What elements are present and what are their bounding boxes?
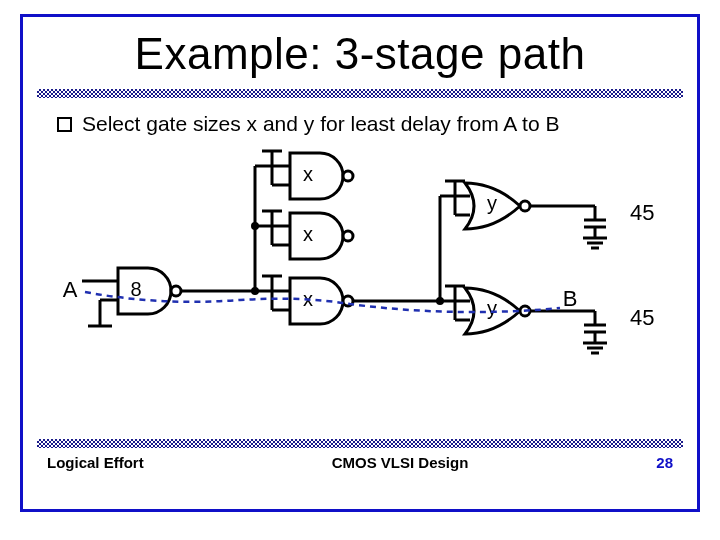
size-nand-2: x [303, 223, 313, 245]
size-input: 8 [130, 278, 141, 300]
label-a: A [63, 277, 78, 302]
divider-top [37, 89, 683, 98]
label-b: B [563, 286, 578, 311]
cap-2: 45 [630, 305, 654, 330]
footer-left: Logical Effort [47, 454, 144, 471]
size-nor-2: y [487, 297, 497, 319]
bullet-text: Select gate sizes x and y for least dela… [82, 112, 559, 136]
bullet-item: Select gate sizes x and y for least dela… [57, 112, 697, 136]
divider-bottom [37, 439, 683, 448]
circuit-diagram: A 8 x x [40, 148, 680, 398]
size-nor-1: y [487, 192, 497, 214]
slide-frame: Example: 3-stage path Select gate sizes … [20, 14, 700, 512]
footer-page: 28 [656, 454, 673, 471]
slide-title: Example: 3-stage path [23, 29, 697, 79]
footer-center: CMOS VLSI Design [144, 454, 657, 471]
size-nand-1: x [303, 163, 313, 185]
footer: Logical Effort CMOS VLSI Design 28 [23, 448, 697, 471]
cap-1: 45 [630, 200, 654, 225]
bullet-icon [57, 117, 72, 132]
